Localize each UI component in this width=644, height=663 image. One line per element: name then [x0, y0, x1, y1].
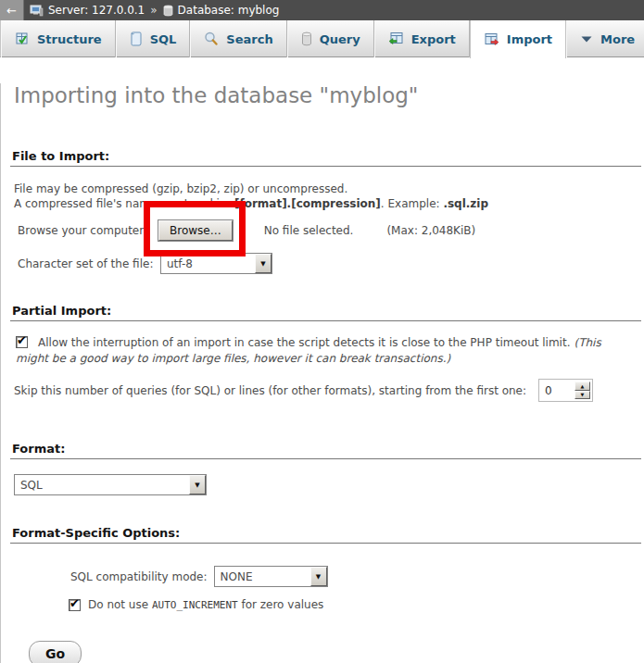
chevron-down-icon [580, 35, 593, 44]
back-icon: ← [6, 4, 17, 18]
file-hint-line2: A compressed file's name must end in .[f… [14, 196, 631, 211]
sql-compatibility-select-arrow-icon: ▼ [310, 567, 327, 586]
skip-queries-stepper[interactable]: 0 ▲ ▼ [538, 379, 593, 402]
browse-label: Browse your computer: [18, 224, 158, 237]
breadcrumb-separator: » [150, 4, 157, 17]
file-hint-line2-mid: . Example: [381, 197, 444, 210]
browse-button[interactable]: Browse… [158, 220, 233, 241]
skip-queries-label: Skip this number of queries (for SQL) or… [14, 384, 526, 397]
tab-sql-label: SQL [150, 32, 177, 46]
breadcrumb-database[interactable]: Database: myblog [163, 4, 280, 17]
auto-increment-text: Do not use AUTO_INCREMENT for zero value… [88, 598, 323, 611]
format-row: SQL ▼ [14, 474, 644, 495]
sql-compatibility-label: SQL compatibility mode: [70, 570, 208, 583]
go-button[interactable]: Go [29, 641, 82, 663]
file-hint-format-pattern: .[format].[compression] [230, 197, 380, 210]
allow-interruption-text: Allow the interruption of an import in c… [38, 336, 570, 349]
skip-queries-value: 0 [541, 382, 575, 399]
allow-interruption-checkbox[interactable]: ✔ [16, 336, 28, 348]
stepper-up-button[interactable]: ▲ [575, 382, 590, 391]
tab-structure[interactable]: Structure [1, 20, 116, 57]
auto-increment-keyword: AUTO_INCREMENT [152, 599, 238, 611]
tab-structure-label: Structure [37, 32, 102, 46]
server-icon [30, 5, 44, 17]
auto-increment-pre: Do not use [88, 598, 152, 611]
arrow-up-icon: ▲ [581, 383, 585, 389]
sql-compatibility-selected-value: NONE [215, 567, 259, 586]
back-button[interactable]: ← [0, 0, 24, 20]
file-hint-line1: File may be compressed (gzip, bzip2, zip… [14, 181, 631, 196]
auto-increment-row: ✔ Do not use AUTO_INCREMENT for zero val… [69, 598, 644, 611]
sql-compatibility-select[interactable]: NONE ▼ [214, 566, 328, 587]
tab-query[interactable]: Query [287, 20, 374, 57]
charset-selected-value: utf-8 [161, 254, 198, 273]
page-title: Importing into the database "myblog" [14, 83, 644, 108]
sql-icon [130, 31, 143, 46]
allow-interruption-row: ✔Allow the interruption of an import in … [16, 335, 629, 367]
tab-search-label: Search [226, 32, 272, 46]
tab-sql[interactable]: SQL [116, 20, 191, 57]
search-icon [204, 31, 219, 46]
browse-button-wrapper: Browse… [158, 220, 233, 241]
format-selected-value: SQL [15, 475, 48, 494]
import-icon [484, 32, 499, 47]
section-heading-format-specific-options: Format-Specific Options: [10, 526, 641, 544]
tab-more-label: More [600, 32, 635, 46]
stepper-down-button[interactable]: ▼ [575, 391, 590, 400]
no-file-selected-text: No file selected. [264, 224, 354, 237]
max-size-note: (Max: 2,048KiB) [386, 224, 475, 237]
tab-bar: Structure SQL Search Query Export Import [0, 20, 644, 57]
import-page: Importing into the database "myblog" Fil… [0, 83, 644, 663]
charset-label: Character set of the file: [18, 257, 160, 270]
tab-import-label: Import [507, 32, 552, 46]
check-icon: ✔ [17, 334, 27, 347]
auto-increment-checkbox[interactable]: ✔ [69, 599, 81, 611]
query-icon [301, 31, 312, 46]
arrow-down-icon: ▼ [581, 392, 585, 397]
structure-icon [15, 31, 30, 46]
breadcrumb-database-label: Database: myblog [178, 4, 280, 17]
database-icon [163, 5, 173, 17]
browse-row: Browse your computer: Browse… No file se… [18, 220, 644, 241]
stepper-arrows: ▲ ▼ [575, 382, 590, 399]
tab-export[interactable]: Export [374, 20, 470, 57]
auto-increment-post: for zero values [238, 598, 324, 611]
section-heading-format: Format: [10, 442, 641, 459]
tab-more[interactable]: More [566, 20, 644, 57]
export-icon [388, 31, 404, 46]
charset-select-arrow-icon: ▼ [255, 254, 271, 273]
file-hint-example: .sql.zip [443, 197, 488, 210]
tab-import[interactable]: Import [470, 20, 566, 58]
format-select[interactable]: SQL ▼ [14, 474, 207, 495]
breadcrumb-server-label: Server: 127.0.0.1 [48, 4, 145, 17]
section-heading-file-to-import: File to Import: [10, 149, 641, 167]
sql-compatibility-row: SQL compatibility mode: NONE ▼ [70, 566, 644, 587]
breadcrumb-bar: ← Server: 127.0.0.1 » Database: myblog [0, 0, 644, 20]
skip-queries-row: Skip this number of queries (for SQL) or… [14, 379, 644, 402]
format-select-arrow-icon: ▼ [189, 475, 206, 494]
charset-select[interactable]: utf-8 ▼ [160, 253, 272, 274]
tab-export-label: Export [411, 32, 456, 46]
section-heading-partial-import: Partial Import: [10, 304, 641, 321]
tab-search[interactable]: Search [190, 20, 286, 57]
check-icon: ✔ [69, 597, 80, 610]
file-hint-line2-pre: A compressed file's name must end in [14, 197, 230, 210]
tab-query-label: Query [320, 32, 360, 46]
charset-row: Character set of the file: utf-8 ▼ [18, 253, 644, 274]
breadcrumb-server[interactable]: Server: 127.0.0.1 [30, 4, 145, 17]
